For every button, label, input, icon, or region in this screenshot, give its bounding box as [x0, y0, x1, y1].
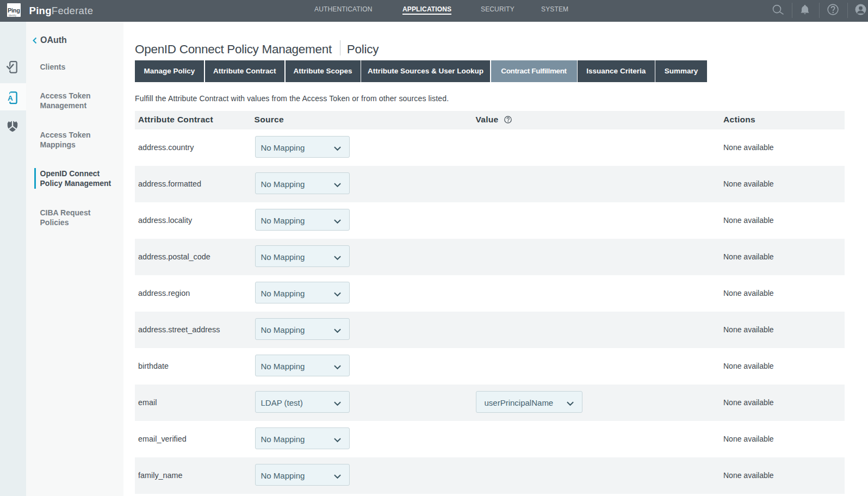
svg-text:A: A: [8, 94, 13, 102]
